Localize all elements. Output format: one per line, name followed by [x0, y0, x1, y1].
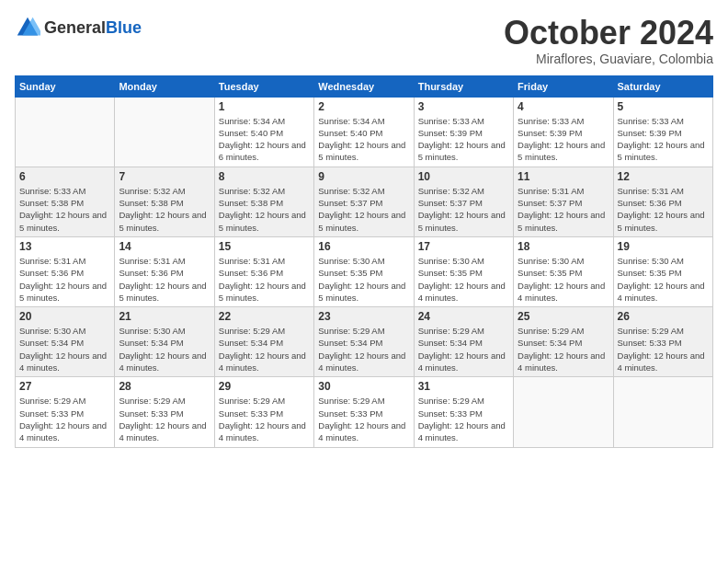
day-info: Sunrise: 5:33 AM Sunset: 5:39 PM Dayligh… — [618, 115, 709, 164]
day-info: Sunrise: 5:32 AM Sunset: 5:37 PM Dayligh… — [318, 185, 409, 234]
logo: GeneralBlue — [15, 15, 142, 40]
subtitle: Miraflores, Guaviare, Colombia — [504, 52, 713, 66]
calendar-cell: 30Sunrise: 5:29 AM Sunset: 5:33 PM Dayli… — [314, 377, 414, 447]
day-number: 31 — [418, 380, 509, 393]
day-number: 22 — [219, 310, 310, 323]
day-info: Sunrise: 5:29 AM Sunset: 5:33 PM Dayligh… — [119, 395, 210, 443]
calendar-cell — [613, 377, 712, 447]
calendar-cell: 27Sunrise: 5:29 AM Sunset: 5:33 PM Dayli… — [16, 377, 115, 447]
day-info: Sunrise: 5:30 AM Sunset: 5:35 PM Dayligh… — [518, 255, 609, 304]
day-info: Sunrise: 5:29 AM Sunset: 5:33 PM Dayligh… — [318, 395, 409, 443]
calendar-cell: 19Sunrise: 5:30 AM Sunset: 5:35 PM Dayli… — [613, 236, 712, 306]
calendar-cell: 31Sunrise: 5:29 AM Sunset: 5:33 PM Dayli… — [414, 377, 513, 447]
calendar-cell: 21Sunrise: 5:30 AM Sunset: 5:34 PM Dayli… — [115, 307, 214, 377]
calendar-cell: 14Sunrise: 5:31 AM Sunset: 5:36 PM Dayli… — [115, 236, 214, 306]
day-info: Sunrise: 5:31 AM Sunset: 5:36 PM Dayligh… — [19, 255, 110, 304]
day-number: 5 — [618, 100, 709, 113]
calendar-cell: 2Sunrise: 5:34 AM Sunset: 5:40 PM Daylig… — [314, 97, 414, 167]
calendar: SundayMondayTuesdayWednesdayThursdayFrid… — [15, 75, 713, 448]
calendar-cell: 15Sunrise: 5:31 AM Sunset: 5:36 PM Dayli… — [214, 236, 313, 306]
header: GeneralBlue October 2024 Miraflores, Gua… — [15, 15, 713, 66]
day-number: 12 — [618, 170, 709, 183]
calendar-cell: 29Sunrise: 5:29 AM Sunset: 5:33 PM Dayli… — [214, 377, 313, 447]
calendar-cell: 28Sunrise: 5:29 AM Sunset: 5:33 PM Dayli… — [115, 377, 214, 447]
calendar-header-friday: Friday — [514, 75, 613, 97]
calendar-cell: 18Sunrise: 5:30 AM Sunset: 5:35 PM Dayli… — [514, 236, 613, 306]
day-info: Sunrise: 5:29 AM Sunset: 5:33 PM Dayligh… — [418, 395, 509, 443]
calendar-cell: 24Sunrise: 5:29 AM Sunset: 5:34 PM Dayli… — [414, 307, 513, 377]
calendar-cell: 25Sunrise: 5:29 AM Sunset: 5:34 PM Dayli… — [514, 307, 613, 377]
day-info: Sunrise: 5:32 AM Sunset: 5:38 PM Dayligh… — [219, 185, 310, 234]
day-info: Sunrise: 5:33 AM Sunset: 5:39 PM Dayligh… — [518, 115, 609, 164]
calendar-week-row: 1Sunrise: 5:34 AM Sunset: 5:40 PM Daylig… — [16, 97, 713, 167]
calendar-cell: 8Sunrise: 5:32 AM Sunset: 5:38 PM Daylig… — [214, 167, 313, 236]
calendar-cell: 13Sunrise: 5:31 AM Sunset: 5:36 PM Dayli… — [16, 236, 115, 306]
calendar-cell: 17Sunrise: 5:30 AM Sunset: 5:35 PM Dayli… — [414, 236, 513, 306]
day-number: 11 — [518, 170, 609, 183]
calendar-cell: 3Sunrise: 5:33 AM Sunset: 5:39 PM Daylig… — [414, 97, 513, 167]
day-info: Sunrise: 5:30 AM Sunset: 5:35 PM Dayligh… — [418, 255, 509, 304]
calendar-header-row: SundayMondayTuesdayWednesdayThursdayFrid… — [16, 75, 713, 97]
day-number: 16 — [318, 240, 409, 253]
calendar-cell: 12Sunrise: 5:31 AM Sunset: 5:36 PM Dayli… — [613, 167, 712, 236]
calendar-week-row: 27Sunrise: 5:29 AM Sunset: 5:33 PM Dayli… — [16, 377, 713, 447]
day-number: 9 — [318, 170, 409, 183]
day-info: Sunrise: 5:29 AM Sunset: 5:33 PM Dayligh… — [219, 395, 310, 443]
day-info: Sunrise: 5:30 AM Sunset: 5:35 PM Dayligh… — [618, 255, 709, 304]
logo-text-blue: Blue — [106, 18, 142, 37]
day-number: 10 — [418, 170, 509, 183]
day-info: Sunrise: 5:33 AM Sunset: 5:39 PM Dayligh… — [418, 115, 509, 164]
day-info: Sunrise: 5:30 AM Sunset: 5:34 PM Dayligh… — [19, 325, 110, 373]
day-number: 18 — [518, 240, 609, 253]
calendar-cell: 4Sunrise: 5:33 AM Sunset: 5:39 PM Daylig… — [514, 97, 613, 167]
calendar-cell — [514, 377, 613, 447]
day-number: 3 — [418, 100, 509, 113]
calendar-cell: 20Sunrise: 5:30 AM Sunset: 5:34 PM Dayli… — [16, 307, 115, 377]
calendar-week-row: 13Sunrise: 5:31 AM Sunset: 5:36 PM Dayli… — [16, 236, 713, 306]
day-number: 8 — [219, 170, 310, 183]
calendar-header-thursday: Thursday — [414, 75, 513, 97]
day-number: 25 — [518, 310, 609, 323]
day-number: 1 — [219, 100, 310, 113]
day-info: Sunrise: 5:31 AM Sunset: 5:36 PM Dayligh… — [618, 185, 709, 234]
calendar-header-wednesday: Wednesday — [314, 75, 414, 97]
day-info: Sunrise: 5:29 AM Sunset: 5:34 PM Dayligh… — [219, 325, 310, 373]
calendar-cell — [115, 97, 214, 167]
day-info: Sunrise: 5:29 AM Sunset: 5:33 PM Dayligh… — [19, 395, 110, 443]
day-number: 29 — [219, 380, 310, 393]
day-number: 20 — [19, 310, 110, 323]
logo-icon — [15, 15, 40, 40]
day-number: 23 — [318, 310, 409, 323]
calendar-cell: 7Sunrise: 5:32 AM Sunset: 5:38 PM Daylig… — [115, 167, 214, 236]
day-number: 15 — [219, 240, 310, 253]
day-info: Sunrise: 5:30 AM Sunset: 5:35 PM Dayligh… — [318, 255, 409, 304]
calendar-week-row: 6Sunrise: 5:33 AM Sunset: 5:38 PM Daylig… — [16, 167, 713, 236]
calendar-cell: 9Sunrise: 5:32 AM Sunset: 5:37 PM Daylig… — [314, 167, 414, 236]
day-number: 7 — [119, 170, 210, 183]
logo-text-general: General — [44, 18, 106, 37]
day-number: 28 — [119, 380, 210, 393]
day-number: 17 — [418, 240, 509, 253]
day-info: Sunrise: 5:29 AM Sunset: 5:34 PM Dayligh… — [418, 325, 509, 373]
day-number: 6 — [19, 170, 110, 183]
calendar-header-saturday: Saturday — [613, 75, 712, 97]
title-area: October 2024 Miraflores, Guaviare, Colom… — [504, 15, 713, 66]
day-info: Sunrise: 5:30 AM Sunset: 5:34 PM Dayligh… — [119, 325, 210, 373]
day-info: Sunrise: 5:32 AM Sunset: 5:38 PM Dayligh… — [119, 185, 210, 234]
day-number: 30 — [318, 380, 409, 393]
day-info: Sunrise: 5:31 AM Sunset: 5:36 PM Dayligh… — [119, 255, 210, 304]
day-info: Sunrise: 5:33 AM Sunset: 5:38 PM Dayligh… — [19, 185, 110, 234]
calendar-week-row: 20Sunrise: 5:30 AM Sunset: 5:34 PM Dayli… — [16, 307, 713, 377]
calendar-cell: 10Sunrise: 5:32 AM Sunset: 5:37 PM Dayli… — [414, 167, 513, 236]
calendar-cell: 1Sunrise: 5:34 AM Sunset: 5:40 PM Daylig… — [214, 97, 313, 167]
day-number: 2 — [318, 100, 409, 113]
day-info: Sunrise: 5:31 AM Sunset: 5:37 PM Dayligh… — [518, 185, 609, 234]
month-title: October 2024 — [504, 15, 713, 52]
calendar-cell: 6Sunrise: 5:33 AM Sunset: 5:38 PM Daylig… — [16, 167, 115, 236]
calendar-cell — [16, 97, 115, 167]
calendar-cell: 23Sunrise: 5:29 AM Sunset: 5:34 PM Dayli… — [314, 307, 414, 377]
day-number: 21 — [119, 310, 210, 323]
calendar-cell: 16Sunrise: 5:30 AM Sunset: 5:35 PM Dayli… — [314, 236, 414, 306]
day-number: 14 — [119, 240, 210, 253]
day-info: Sunrise: 5:29 AM Sunset: 5:34 PM Dayligh… — [318, 325, 409, 373]
